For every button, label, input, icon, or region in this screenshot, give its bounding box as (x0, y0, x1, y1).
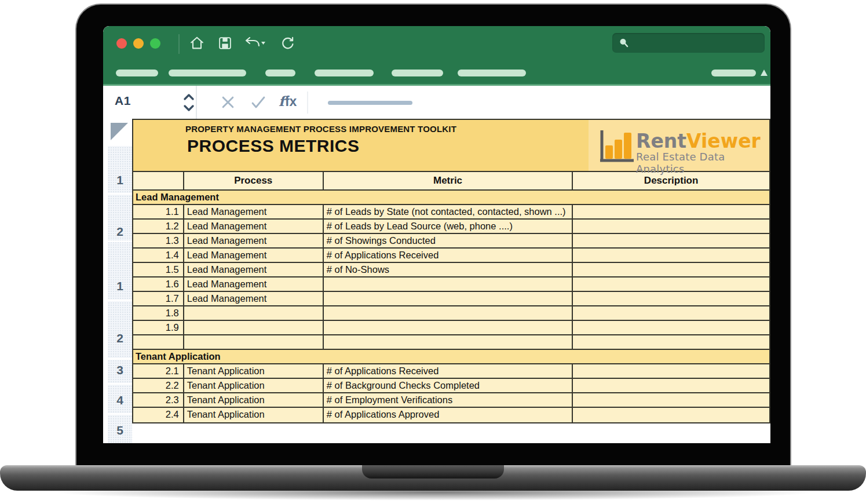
table-row: 1.2Lead Management# of Leads by Lead Sou… (133, 220, 769, 234)
table-cell[interactable]: Lead Management (184, 277, 324, 291)
table-cell[interactable]: Lead Management (184, 220, 324, 233)
table-row: 1.8 (133, 306, 769, 321)
table-cell[interactable] (573, 408, 769, 422)
table-cell[interactable]: 1.1 (133, 205, 184, 218)
table-cell[interactable]: # of No-Shows (324, 263, 573, 276)
table-cell[interactable]: # of Employment Verifications (324, 393, 573, 407)
brand-logo (599, 129, 635, 165)
table-cell[interactable]: Tenant Application (184, 364, 324, 378)
table-cell[interactable]: # of Background Checks Completed (324, 379, 573, 392)
table-cell[interactable] (573, 364, 769, 378)
row-header-label[interactable]: 5 (108, 422, 132, 439)
table-cell[interactable] (324, 335, 573, 349)
ribbon-tab-placeholder[interactable] (116, 70, 158, 76)
table-cell[interactable]: 1.9 (133, 321, 184, 334)
toolkit-kicker: PROPERTY MANAGEMENT PROCESS IMPROVEMENT … (185, 124, 456, 134)
collapse-ribbon-icon[interactable] (760, 69, 768, 76)
table-cell[interactable] (184, 306, 324, 320)
table-cell[interactable] (573, 277, 769, 291)
table-cell[interactable] (573, 306, 769, 320)
row-header-label[interactable]: 4 (108, 392, 132, 408)
table-cell[interactable]: 1.7 (133, 292, 184, 305)
table-cell[interactable]: Lead Management (184, 249, 324, 262)
table-row: 1.3Lead Management# of Showings Conducte… (133, 234, 769, 249)
table-cell[interactable] (573, 379, 769, 392)
row-header-label[interactable]: 1 (108, 278, 132, 294)
table-cell[interactable] (184, 335, 324, 349)
table-cell[interactable]: Tenant Application (184, 408, 324, 422)
name-box[interactable]: A1 (115, 94, 131, 108)
table-cell[interactable]: # of Applications Received (324, 249, 573, 262)
ribbon-tab-placeholder[interactable] (458, 70, 526, 76)
undo-icon[interactable] (244, 37, 265, 50)
table-cell[interactable] (573, 205, 769, 218)
minimize-button[interactable] (133, 38, 144, 49)
table-row: 1.4Lead Management# of Applications Rece… (133, 249, 769, 263)
table-cell[interactable]: 1.3 (133, 234, 184, 247)
table-cell[interactable]: 2.2 (133, 379, 184, 392)
table-row: 2.4Tenant Application# of Applications A… (133, 408, 769, 422)
table-cell[interactable]: 1.5 (133, 263, 184, 276)
insert-function-icon[interactable]: ffxfx (279, 93, 297, 109)
section-row[interactable]: Lead Management (133, 191, 769, 205)
table-cell[interactable]: Lead Management (184, 234, 324, 247)
table-cell[interactable] (324, 306, 573, 320)
ribbon-tab-placeholder[interactable] (711, 70, 756, 76)
cancel-icon[interactable] (221, 95, 235, 109)
table-cell[interactable]: 2.3 (133, 393, 184, 407)
gutter-divider (108, 413, 132, 415)
table-cell[interactable] (573, 263, 769, 276)
header-cell-blank[interactable] (133, 172, 184, 189)
table-cell[interactable]: # of Showings Conducted (324, 234, 573, 247)
table-cell[interactable]: Tenant Application (184, 393, 324, 407)
select-all-corner[interactable] (108, 119, 132, 144)
table-cell[interactable]: 2.1 (133, 364, 184, 378)
table-cell[interactable] (573, 321, 769, 334)
table-cell[interactable] (573, 335, 769, 349)
table-cell[interactable]: 1.2 (133, 220, 184, 233)
table-cell[interactable] (573, 234, 769, 247)
search-input[interactable] (612, 33, 765, 53)
zoom-button[interactable] (150, 38, 160, 49)
section-row[interactable]: Tenant Application (133, 350, 769, 364)
save-icon[interactable] (218, 36, 232, 50)
table-cell[interactable]: 1.4 (133, 249, 184, 262)
header-cell-process[interactable]: Process (184, 172, 324, 189)
ribbon-tab-placeholder[interactable] (265, 70, 295, 76)
table-cell[interactable] (573, 220, 769, 233)
table-cell[interactable]: 1.6 (133, 277, 184, 291)
ribbon-tab-placeholder[interactable] (169, 70, 246, 76)
table-cell[interactable]: # of Applications Received (324, 364, 573, 378)
table-cell[interactable]: Tenant Application (184, 379, 324, 392)
table-cell[interactable] (184, 321, 324, 334)
table-cell[interactable] (324, 277, 573, 291)
table-cell[interactable] (133, 335, 184, 349)
row-header-label[interactable]: 2 (108, 224, 132, 240)
home-icon[interactable] (189, 35, 205, 51)
header-cell-metric[interactable]: Metric (324, 172, 573, 189)
namebox-spinner-icon[interactable] (182, 93, 195, 112)
table-cell[interactable]: Lead Management (184, 263, 324, 276)
enter-icon[interactable] (251, 96, 266, 109)
brand-rent: Rent (636, 130, 686, 152)
table-cell[interactable]: # of Leads by Lead Source (web, phone ..… (324, 220, 573, 233)
row-header-label[interactable]: 2 (108, 330, 132, 346)
row-header-label[interactable]: 1 (108, 172, 132, 188)
table-cell[interactable] (324, 321, 573, 334)
table-cell[interactable]: 2.4 (133, 408, 184, 422)
table-cell[interactable]: # of Leads by State (not contacted, cont… (324, 205, 573, 218)
close-button[interactable] (116, 38, 127, 49)
table-cell[interactable] (324, 292, 573, 305)
ribbon-tab-placeholder[interactable] (392, 70, 443, 76)
table-cell[interactable]: 1.8 (133, 306, 184, 320)
table-cell[interactable]: Lead Management (184, 205, 324, 218)
row-header-label[interactable]: 3 (108, 362, 132, 378)
table-cell[interactable]: # of Applications Approved (324, 408, 573, 422)
table-cell[interactable]: Lead Management (184, 292, 324, 305)
table-cell[interactable] (573, 249, 769, 262)
title-banner-cell[interactable]: PROPERTY MANAGEMENT PROCESS IMPROVEMENT … (133, 120, 769, 172)
refresh-icon[interactable] (280, 35, 295, 50)
table-cell[interactable] (573, 393, 769, 407)
table-cell[interactable] (573, 292, 769, 305)
ribbon-tab-placeholder[interactable] (315, 70, 374, 76)
